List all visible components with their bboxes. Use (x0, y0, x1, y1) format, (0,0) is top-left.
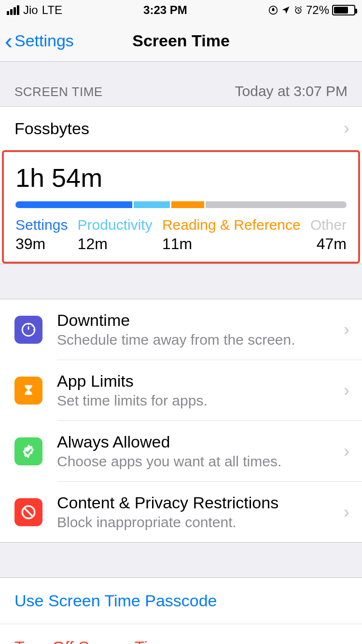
turn-off-button[interactable]: Turn Off Screen Time (0, 624, 362, 644)
chevron-right-icon: › (344, 380, 349, 401)
usage-bar (15, 201, 347, 208)
orientation-lock-icon (268, 5, 278, 15)
usage-bar-segment (171, 201, 204, 208)
usage-bar-segment (206, 201, 347, 208)
nav-bar: ‹ Settings Screen Time (0, 20, 362, 62)
chevron-right-icon: › (344, 320, 349, 340)
back-label: Settings (14, 31, 74, 50)
feature-subtitle: Block inappropriate content. (57, 514, 278, 531)
feature-row-downtime[interactable]: DowntimeSchedule time away from the scre… (0, 299, 362, 360)
feature-row-no-entry[interactable]: Content & Privacy RestrictionsBlock inap… (0, 482, 362, 542)
category-item: Other47m (310, 217, 347, 253)
feature-subtitle: Schedule time away from the screen. (57, 332, 295, 348)
total-time: 1h 54m (15, 163, 347, 193)
usage-bar-segment (15, 201, 132, 208)
no-entry-icon (14, 498, 42, 526)
category-row: Settings39mProductivity12mReading & Refe… (15, 217, 347, 253)
category-time: 39m (15, 235, 68, 253)
feature-row-check-badge[interactable]: Always AllowedChoose apps you want at al… (0, 421, 362, 481)
signal-icon (7, 5, 19, 15)
feature-subtitle: Set time limits for apps. (57, 392, 208, 409)
carrier-label: Jio (23, 3, 38, 17)
chevron-left-icon: ‹ (5, 29, 13, 53)
category-time: 47m (310, 235, 347, 253)
category-name: Settings (15, 217, 68, 233)
use-passcode-button[interactable]: Use Screen Time Passcode (0, 577, 362, 624)
svg-line-4 (32, 325, 32, 326)
device-name: Fossbytes (14, 119, 89, 138)
feature-title: Downtime (57, 311, 295, 330)
feature-title: App Limits (57, 372, 208, 391)
usage-summary[interactable]: 1h 54m Settings39mProductivity12mReading… (2, 150, 360, 264)
hourglass-icon (14, 377, 42, 405)
battery-pct: 72% (306, 3, 329, 17)
downtime-icon (14, 316, 42, 344)
section-header-screen-time: SCREEN TIME Today at 3:07 PM (0, 62, 362, 106)
section-header-right: Today at 3:07 PM (235, 83, 348, 99)
feature-title: Always Allowed (57, 433, 281, 451)
feature-row-hourglass[interactable]: App LimitsSet time limits for apps.› (0, 360, 362, 420)
check-badge-icon (14, 437, 42, 465)
chevron-right-icon: › (344, 502, 349, 522)
feature-subtitle: Choose apps you want at all times. (57, 453, 281, 470)
device-row[interactable]: Fossbytes › (0, 107, 362, 150)
category-item: Reading & Reference11m (162, 217, 301, 253)
category-time: 11m (162, 235, 301, 253)
category-name: Other (310, 217, 347, 233)
category-item: Settings39m (15, 217, 68, 253)
category-item: Productivity12m (78, 217, 153, 253)
features-list: DowntimeSchedule time away from the scre… (0, 299, 362, 543)
alarm-icon (293, 5, 303, 15)
feature-title: Content & Privacy Restrictions (57, 493, 278, 512)
usage-bar-segment (134, 201, 170, 208)
category-name: Reading & Reference (162, 217, 301, 233)
section-header-left: SCREEN TIME (14, 84, 103, 99)
battery-icon (332, 5, 355, 15)
page-title: Screen Time (132, 31, 230, 50)
chevron-right-icon: › (344, 118, 349, 139)
status-time: 3:23 PM (143, 3, 187, 17)
usage-list: Fossbytes › 1h 54m Settings39mProductivi… (0, 106, 362, 264)
network-label: LTE (42, 3, 62, 17)
status-bar: Jio LTE 3:23 PM 72% (0, 0, 362, 20)
actions-list: Use Screen Time Passcode Turn Off Screen… (0, 577, 362, 644)
chevron-right-icon: › (344, 441, 349, 462)
category-time: 12m (78, 235, 153, 253)
svg-line-7 (25, 508, 33, 516)
category-name: Productivity (78, 217, 153, 233)
back-button[interactable]: ‹ Settings (5, 29, 74, 53)
location-icon (281, 5, 291, 15)
